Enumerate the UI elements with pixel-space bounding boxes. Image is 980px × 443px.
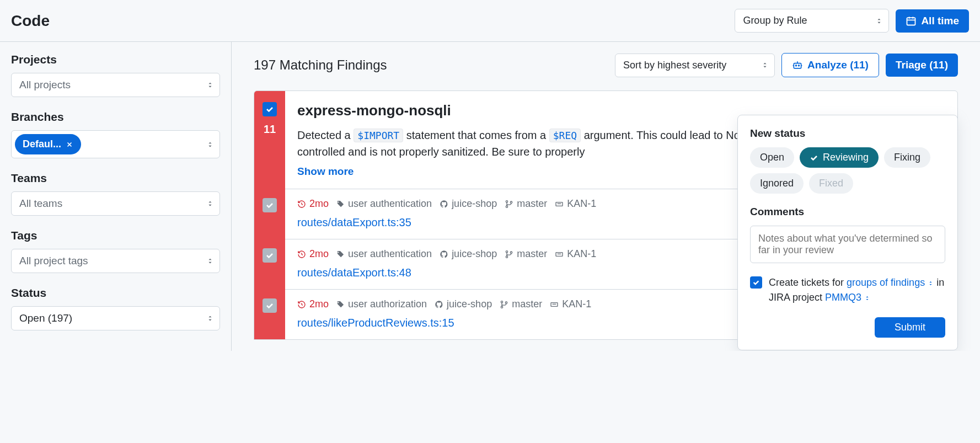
groups-link-label: groups of findings (847, 277, 925, 288)
branch-icon (505, 250, 513, 259)
sort-select[interactable]: Sort by highest severity (615, 54, 775, 77)
finding-branch: master (500, 298, 542, 310)
github-icon (440, 200, 448, 209)
submit-button[interactable]: Submit (875, 317, 945, 338)
finding-repo: juice-shop (435, 298, 492, 310)
finding-repo: juice-shop (440, 248, 497, 260)
history-icon (297, 300, 306, 309)
chevron-updown-icon (206, 141, 214, 148)
robot-icon (792, 60, 803, 71)
projects-select[interactable]: All projects (11, 73, 220, 97)
branches-select[interactable]: Defaul... (11, 130, 220, 158)
time-range-label: All time (921, 15, 959, 27)
svg-point-8 (506, 250, 508, 252)
chevron-updown-icon (864, 295, 870, 301)
triage-popover: New status Open Reviewing Fixing Ignored… (737, 115, 958, 350)
jira-project-link[interactable]: PMMQ3 (825, 292, 870, 303)
chevron-updown-icon (206, 81, 214, 89)
comments-input[interactable] (750, 226, 945, 263)
finding-repo: juice-shop (440, 198, 497, 210)
code-token: $IMPORT (354, 129, 403, 142)
svg-point-2 (796, 65, 797, 66)
finding-tag: user authorization (336, 298, 427, 310)
chevron-updown-icon (206, 314, 214, 322)
teams-label: Teams (11, 172, 220, 185)
ticket-text: Create tickets for groups of findings in… (769, 275, 945, 305)
group-by-select[interactable]: Group by Rule (735, 9, 889, 33)
status-pill-open[interactable]: Open (750, 147, 794, 168)
check-icon (265, 105, 274, 114)
teams-select[interactable]: All teams (11, 191, 220, 216)
svg-rect-0 (907, 18, 915, 25)
projects-label: Projects (11, 53, 220, 66)
file-link[interactable]: routes/dataExport.ts:48 (297, 266, 411, 279)
chevron-updown-icon (875, 17, 883, 25)
file-link[interactable]: routes/likeProductReviews.ts:15 (297, 317, 454, 329)
check-icon (265, 251, 274, 260)
svg-point-10 (511, 252, 512, 253)
tags-value: All project tags (19, 255, 88, 267)
close-icon (66, 141, 73, 148)
group-count: 11 (264, 123, 276, 136)
projects-value: All projects (19, 79, 71, 91)
group-by-value: Group by Rule (743, 15, 807, 26)
status-pill-fixed: Fixed (809, 173, 853, 194)
item-checkbox[interactable] (263, 248, 277, 263)
branch-chip-remove[interactable] (66, 141, 73, 148)
findings-heading: 197 Matching Findings (254, 57, 387, 73)
check-icon (752, 279, 760, 286)
jira-project-label: PMMQ3 (825, 292, 861, 303)
chevron-updown-icon (761, 61, 769, 69)
file-link[interactable]: routes/dataExport.ts:35 (297, 216, 411, 228)
new-status-label: New status (750, 127, 945, 140)
tags-select[interactable]: All project tags (11, 249, 220, 273)
finding-ticket: KAN-1 (555, 248, 596, 260)
chevron-updown-icon (206, 200, 214, 207)
time-range-button[interactable]: All time (896, 9, 969, 33)
svg-point-9 (506, 256, 508, 258)
history-icon (297, 200, 306, 209)
ticket-icon (555, 250, 564, 259)
page-title: Code (11, 12, 50, 30)
finding-ticket: KAN-1 (555, 198, 596, 210)
chevron-updown-icon (206, 257, 214, 265)
status-pill-ignored[interactable]: Ignored (750, 173, 804, 194)
branch-chip[interactable]: Defaul... (15, 134, 81, 154)
ticket-icon (550, 300, 559, 309)
check-icon (265, 201, 274, 210)
finding-age: 2mo (297, 298, 329, 310)
groups-link[interactable]: groups of findings (847, 277, 934, 288)
item-checkbox[interactable] (263, 198, 277, 212)
finding-age: 2mo (297, 198, 329, 210)
triage-button[interactable]: Triage (11) (886, 54, 958, 77)
code-token: $REQ (549, 129, 581, 142)
status-select[interactable]: Open (197) (11, 306, 220, 330)
status-pill-reviewing-label: Reviewing (823, 152, 869, 163)
group-checkbox[interactable] (263, 102, 277, 116)
svg-point-6 (511, 201, 512, 203)
show-more-link[interactable]: Show more (297, 166, 354, 178)
analyze-button[interactable]: Analyze (11) (781, 53, 879, 77)
check-icon (265, 301, 274, 310)
desc-text: Detected a (297, 129, 354, 141)
finding-branch: master (505, 248, 547, 260)
ticket-icon (555, 200, 564, 209)
tags-label: Tags (11, 229, 220, 242)
finding-tag: user authentication (336, 248, 432, 260)
create-tickets-checkbox[interactable] (750, 276, 762, 289)
desc-text: statement that comes from a (406, 129, 549, 141)
item-checkbox[interactable] (263, 298, 277, 313)
branches-label: Branches (11, 110, 220, 124)
status-pill-reviewing[interactable]: Reviewing (800, 147, 879, 168)
svg-point-12 (501, 301, 502, 302)
triage-label: Triage (11) (896, 59, 948, 71)
status-pill-fixing[interactable]: Fixing (884, 147, 930, 168)
tag-icon (336, 250, 345, 258)
calendar-icon (906, 15, 917, 26)
finding-age: 2mo (297, 248, 329, 260)
svg-point-3 (799, 65, 800, 66)
finding-ticket: KAN-1 (550, 298, 591, 310)
svg-point-4 (506, 200, 508, 202)
branch-chip-label: Defaul... (23, 138, 61, 150)
branch-icon (500, 300, 508, 309)
